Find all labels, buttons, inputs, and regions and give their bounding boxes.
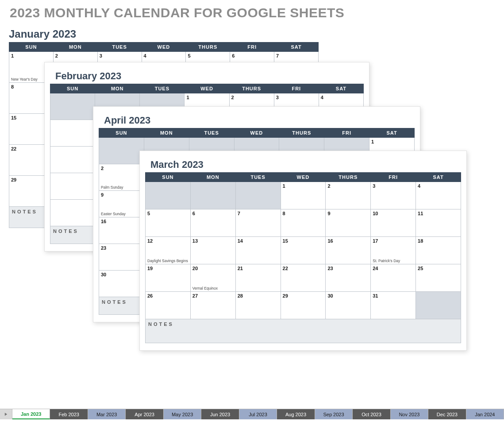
sheet-tab[interactable]: Apr 2023 — [126, 409, 163, 419]
day-cell[interactable]: 7 — [235, 209, 281, 237]
weekday-label: MON — [95, 84, 140, 93]
month-title: February 2023 — [50, 67, 364, 84]
day-number: 1 — [185, 93, 229, 100]
sheet-tab[interactable]: May 2023 — [164, 409, 201, 419]
day-cell[interactable]: 21 — [235, 264, 281, 292]
day-cell[interactable]: 15 — [281, 237, 326, 264]
day-number: 26 — [146, 292, 190, 298]
sheet-tab[interactable]: Feb 2023 — [50, 409, 88, 419]
notes-section[interactable]: NOTES — [146, 319, 461, 343]
sheet-tab[interactable]: Jan 2024 — [466, 409, 504, 419]
weekday-label: WED — [142, 43, 186, 52]
day-cell[interactable]: 6 — [190, 209, 235, 237]
day-cell[interactable]: 10 — [371, 209, 416, 237]
day-cell[interactable]: 8 — [281, 209, 326, 237]
day-cell[interactable]: 27 — [190, 292, 235, 319]
day-cell[interactable]: 12Daylight Savings Begins — [146, 237, 191, 264]
day-number: 30 — [326, 292, 370, 298]
day-number: 2 — [230, 93, 274, 100]
day-number: 23 — [326, 264, 370, 271]
day-number: 4 — [142, 52, 186, 58]
day-cell[interactable]: 26 — [146, 292, 191, 319]
weekday-label: THURS — [326, 173, 371, 182]
day-cell[interactable]: 22 — [281, 264, 326, 292]
day-cell[interactable]: 30 — [99, 271, 144, 297]
day-cell[interactable]: 2Palm Sunday — [99, 164, 144, 191]
day-number: 15 — [281, 237, 326, 244]
sheet-tab[interactable]: Jun 2023 — [201, 409, 239, 419]
day-number: 3 — [98, 52, 142, 58]
day-cell[interactable]: 17St. Patrick's Day — [371, 237, 416, 264]
day-number: 13 — [191, 237, 235, 244]
tab-scroll-button[interactable] — [0, 409, 12, 419]
sheet-tab[interactable]: Aug 2023 — [277, 409, 315, 419]
weekday-label: FRI — [274, 84, 319, 93]
day-cell[interactable] — [235, 182, 281, 209]
day-cell[interactable]: 20Vernal Equinox — [190, 264, 235, 292]
day-number: 12 — [146, 237, 190, 244]
weekday-header: SUNMONTUESWEDTHURSFRISAT — [50, 84, 364, 93]
month-title: April 2023 — [99, 111, 415, 128]
day-cell[interactable]: 31 — [371, 292, 416, 319]
weekday-label: SAT — [319, 84, 363, 93]
weekday-label: MON — [144, 128, 189, 138]
weekday-label: TUES — [235, 173, 281, 182]
weekday-label: WED — [281, 173, 326, 182]
day-cell[interactable]: 3 — [371, 182, 416, 209]
day-cell[interactable] — [50, 173, 95, 200]
weekday-label: FRI — [324, 128, 369, 138]
day-cell[interactable]: 1 — [281, 182, 326, 209]
day-number: 5 — [146, 209, 190, 216]
day-number: 2 — [99, 164, 144, 171]
weekday-label: FRI — [371, 173, 416, 182]
day-cell[interactable]: 29 — [281, 292, 326, 319]
day-cell[interactable]: 9 — [326, 209, 371, 237]
sheet-tab[interactable]: Sep 2023 — [315, 409, 353, 419]
day-cell[interactable]: 28 — [235, 292, 281, 319]
day-cell[interactable] — [50, 147, 95, 173]
weekday-label: SUN — [9, 43, 54, 52]
day-cell[interactable]: 25 — [416, 264, 461, 292]
day-cell[interactable] — [50, 93, 95, 120]
day-cell[interactable] — [146, 182, 191, 209]
day-cell[interactable]: 19 — [146, 264, 191, 292]
sheet-tab[interactable]: Mar 2023 — [88, 409, 126, 419]
day-cell[interactable]: 13 — [190, 237, 235, 264]
day-cell[interactable]: 23 — [99, 244, 144, 271]
weekday-label: MON — [190, 173, 235, 182]
day-cell[interactable]: 4 — [416, 182, 461, 209]
day-cell[interactable] — [190, 182, 235, 209]
day-cell[interactable] — [99, 138, 144, 164]
sheet-tab[interactable]: Nov 2023 — [391, 409, 428, 419]
weekday-label: THURS — [279, 128, 324, 138]
day-cell[interactable]: 14 — [235, 237, 281, 264]
day-cell[interactable]: 18 — [416, 237, 461, 264]
day-cell[interactable]: 30 — [326, 292, 371, 319]
day-cell[interactable]: 24 — [371, 264, 416, 292]
weekday-header: SUNMONTUESWEDTHURSFRISAT — [146, 173, 461, 182]
day-number: 24 — [371, 264, 416, 271]
sheet-tab[interactable]: Dec 2023 — [428, 409, 466, 419]
sheet-tab[interactable]: Jul 2023 — [239, 409, 277, 419]
page-title: 2023 MONTHLY CALENDAR FOR GOOGLE SHEETS — [0, 0, 504, 20]
day-number: 23 — [99, 244, 144, 251]
day-number: 19 — [146, 264, 190, 271]
sheet-tab[interactable]: Jan 2023 — [12, 409, 50, 419]
event-label: Vernal Equinox — [192, 286, 235, 290]
day-cell[interactable]: 2 — [326, 182, 371, 209]
day-number: 7 — [274, 52, 318, 58]
day-cell[interactable]: 23 — [326, 264, 371, 292]
weekday-label: SAT — [416, 173, 461, 182]
day-number: 1 — [369, 138, 414, 144]
day-number: 28 — [236, 292, 281, 298]
day-cell[interactable]: 11 — [416, 209, 461, 237]
day-cell[interactable] — [50, 120, 95, 147]
day-cell[interactable]: 16 — [99, 217, 144, 244]
sheet-tab[interactable]: Oct 2023 — [353, 409, 390, 419]
svg-marker-0 — [5, 413, 7, 416]
day-cell[interactable]: 5 — [146, 209, 191, 237]
day-cell[interactable] — [50, 200, 95, 226]
day-cell[interactable]: 9Easter Sunday — [99, 191, 144, 217]
day-cell[interactable] — [416, 292, 461, 319]
day-cell[interactable]: 16 — [326, 237, 371, 264]
